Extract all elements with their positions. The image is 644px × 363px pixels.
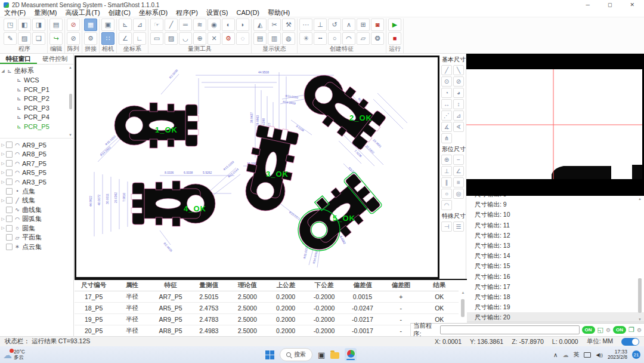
column-header-理论值[interactable]: 理论值 bbox=[228, 280, 267, 291]
settings-gear-icon-1[interactable]: ⚙ bbox=[606, 327, 611, 333]
feature-item-平面集[interactable]: ▱平面集 bbox=[0, 233, 73, 242]
dimension-list-dim-button[interactable]: ☰ bbox=[453, 222, 464, 232]
feature-checkbox[interactable] bbox=[6, 225, 13, 232]
output-list-item[interactable]: 尺寸输出: 20 bbox=[466, 312, 644, 322]
hatch-tool-button[interactable]: ▨ bbox=[165, 32, 178, 45]
feature-item-线集[interactable]: ▷╱线集 bbox=[0, 196, 73, 205]
circle-diameter-dim-button[interactable]: ⊘ bbox=[453, 76, 464, 87]
sidebar-tab-硬件控制[interactable]: 硬件控制 bbox=[37, 54, 74, 64]
sidebar-tab-特征窗口[interactable]: 特征窗口 bbox=[0, 54, 37, 64]
feature-item-AR3_P5[interactable]: ▷◠AR3_P5 bbox=[0, 177, 73, 187]
tree-item-PCR_P4[interactable]: ⊾PCR_P4 bbox=[0, 113, 73, 122]
create-cloud-button[interactable]: ❂ bbox=[371, 32, 384, 45]
line-tool-button[interactable]: ╱ bbox=[165, 19, 178, 31]
array-clear-button[interactable]: ⊘ bbox=[67, 32, 80, 45]
tree-item-PCR_P1[interactable]: ⊾PCR_P1 bbox=[0, 85, 73, 94]
scrollbar-thumb[interactable] bbox=[638, 278, 642, 313]
scroll-up-icon[interactable]: ▲ bbox=[638, 197, 642, 201]
tree-expander-icon[interactable]: ◢ bbox=[0, 69, 6, 73]
output-list-item[interactable]: 尺寸输出: 18 bbox=[466, 292, 644, 302]
feature-checkbox[interactable] bbox=[6, 160, 13, 167]
focus-tool-button[interactable]: ⊕ bbox=[193, 32, 206, 45]
column-header-尺寸编号[interactable]: 尺寸编号 bbox=[75, 280, 113, 291]
feature-item-曲线集[interactable]: ∿曲线集 bbox=[0, 205, 73, 215]
stop-program-button[interactable]: ■ bbox=[388, 32, 401, 45]
column-header-结果[interactable]: 结果 bbox=[420, 280, 459, 291]
angle-lines-dim-button[interactable]: ∢ bbox=[453, 122, 464, 132]
tree-root-coordinate-system[interactable]: ◢⊾坐标系 bbox=[0, 66, 73, 76]
edit-program-button[interactable]: ✎ bbox=[4, 32, 17, 45]
menu-item-创建(C)[interactable]: 创建(C) bbox=[104, 8, 135, 17]
feature-item-AR5_P5[interactable]: ▷◠AR5_P5 bbox=[0, 168, 73, 178]
symmetry-dim-button[interactable]: ≡ bbox=[453, 177, 464, 187]
output-list-item[interactable]: 尺寸输出: 10 bbox=[466, 210, 644, 220]
menu-item-量测(M)[interactable]: 量测(M) bbox=[30, 8, 61, 17]
edit-image-button[interactable]: ▤ bbox=[49, 19, 63, 31]
column-header-量测值[interactable]: 量测值 bbox=[190, 280, 228, 291]
menu-item-坐标系(D)[interactable]: 坐标系(D) bbox=[135, 8, 172, 17]
crop-view-button[interactable]: ✂ bbox=[268, 19, 281, 31]
maximize-button[interactable]: ◻ bbox=[608, 2, 612, 8]
tray-expand-icon[interactable]: ∧ bbox=[553, 352, 558, 358]
tree-expander-icon[interactable]: ▷ bbox=[0, 180, 6, 184]
tools-button[interactable]: ✕ bbox=[208, 32, 221, 45]
csys-align-button[interactable]: ⊿ bbox=[133, 19, 146, 31]
feature-checkbox[interactable] bbox=[6, 197, 13, 204]
cad-canvas-area[interactable]: 44.950839.943729.996320.03988.0177Φ15.01… bbox=[75, 56, 439, 279]
start-button[interactable] bbox=[265, 350, 274, 359]
output-list-item[interactable]: 尺寸输出: 12 bbox=[466, 230, 644, 241]
rect-tool-button[interactable]: ▭ bbox=[150, 32, 163, 45]
smartghost-app-button[interactable] bbox=[345, 348, 357, 361]
minimize-button[interactable]: ─ bbox=[586, 2, 590, 8]
camera-view[interactable] bbox=[466, 54, 644, 196]
feature-checkbox[interactable] bbox=[6, 216, 13, 222]
unit-toggle[interactable] bbox=[621, 338, 639, 346]
toggle-on-2[interactable]: ON bbox=[613, 326, 626, 334]
open-program-button[interactable]: ◧ bbox=[18, 19, 31, 31]
create-rotate-circle-button[interactable]: ↺ bbox=[328, 19, 341, 31]
taskbar-search[interactable]: 搜索 bbox=[280, 348, 312, 361]
line-angle-dim-button[interactable]: ⊿ bbox=[453, 110, 464, 121]
angularity-dim-button[interactable]: ∠ bbox=[453, 166, 464, 176]
stitch-settings-button[interactable]: ⚙ bbox=[84, 32, 97, 45]
menu-item-高级工具(T)[interactable]: 高级工具(T) bbox=[61, 8, 104, 17]
clock[interactable]: 17:33 2023/2/8 bbox=[608, 349, 627, 361]
circle-tool-button[interactable]: ◉ bbox=[208, 19, 221, 31]
file-explorer-button[interactable] bbox=[330, 352, 339, 359]
mask-tool-button[interactable]: ◌ bbox=[236, 32, 249, 45]
column-header-属性[interactable]: 属性 bbox=[113, 280, 151, 291]
polyline-dimension-dim-button[interactable]: ⋔ bbox=[441, 133, 452, 143]
output-list-item[interactable]: 尺寸输出: 9 bbox=[466, 199, 644, 210]
line-line-distance-dim-button[interactable]: ⋰ bbox=[441, 110, 452, 121]
save-program-button[interactable]: ◨ bbox=[32, 19, 45, 31]
notification-badge[interactable]: 21 bbox=[632, 350, 640, 359]
horizontal-distance-dim-button[interactable]: ↔ bbox=[441, 99, 452, 109]
coord-tree-scrollbar[interactable]: ▲▼ bbox=[68, 66, 73, 137]
output-list-item[interactable]: 尺寸输出: 13 bbox=[466, 241, 644, 251]
table-row[interactable]: 17_P5半径AR7_P52.50152.50000.2000-0.20000.… bbox=[75, 291, 459, 303]
create-arc-button[interactable]: ◠ bbox=[342, 32, 355, 45]
csys-origin-button[interactable]: ∟ bbox=[133, 32, 146, 45]
circle-radius-dim-button[interactable]: ⊙ bbox=[441, 76, 452, 87]
create-lines-button[interactable]: ∧ bbox=[342, 19, 355, 31]
feature-item-AR7_P5[interactable]: ▷◠AR7_P5 bbox=[0, 159, 73, 168]
feature-checkbox[interactable] bbox=[6, 188, 13, 195]
output-list-item[interactable]: 尺寸输出: 16 bbox=[466, 272, 644, 282]
tree-expander-icon[interactable]: ▷ bbox=[0, 143, 6, 147]
parallelism-dim-button[interactable]: ∥ bbox=[441, 177, 452, 187]
show-image-button[interactable]: ▤ bbox=[253, 32, 267, 45]
feature-item-圆集[interactable]: ▷○圆集 bbox=[0, 224, 73, 233]
feature-checkbox[interactable] bbox=[6, 207, 13, 213]
new-program-button[interactable]: ◳ bbox=[4, 19, 17, 31]
feature-checkbox[interactable] bbox=[6, 151, 13, 158]
create-point-set-button[interactable]: ⋯ bbox=[299, 19, 312, 31]
output-list-item[interactable]: 尺寸输出: 15 bbox=[466, 261, 644, 271]
point-line-angle-dim-button[interactable]: ╲ bbox=[453, 65, 464, 75]
menu-item-文件(F)[interactable]: 文件(F) bbox=[0, 8, 30, 17]
show-chart-button[interactable]: ▥ bbox=[268, 32, 281, 45]
half-circle-tool-button[interactable]: ◐ bbox=[222, 19, 235, 31]
close-button[interactable]: ✕ bbox=[630, 2, 634, 8]
create-plane-button[interactable]: ⊞ bbox=[357, 19, 370, 31]
show-3d-button[interactable]: ◍ bbox=[282, 32, 295, 45]
feature-item-圆弧集[interactable]: ▷◠圆弧集 bbox=[0, 214, 73, 224]
